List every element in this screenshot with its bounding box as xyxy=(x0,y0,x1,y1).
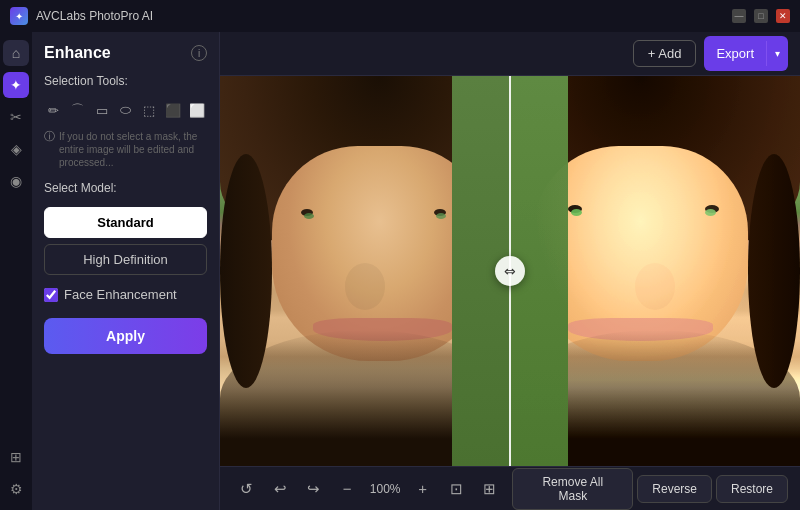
nav-cut[interactable]: ✂ xyxy=(3,104,29,130)
maximize-btn[interactable]: □ xyxy=(754,9,768,23)
eye-left-iris xyxy=(304,213,314,219)
nav-ai[interactable]: ◉ xyxy=(3,168,29,194)
nav-home[interactable]: ⌂ xyxy=(3,40,29,66)
panel-title: Enhance xyxy=(44,44,111,62)
eye-right-iris xyxy=(436,213,446,219)
export-arrow: ▾ xyxy=(767,43,788,64)
selection-hint: If you do not select a mask, the entire … xyxy=(59,130,207,169)
nav-batch[interactable]: ⊞ xyxy=(3,444,29,470)
nav-enhance[interactable]: ✦ xyxy=(3,72,29,98)
top-toolbar: + Add Export ▾ xyxy=(220,32,800,76)
bottom-toolbar: ↺ ↩ ↪ − 100% + ⊡ ⊞ Remove All Mask Rever… xyxy=(220,466,800,510)
app-icon: ✦ xyxy=(10,7,28,25)
image-left xyxy=(220,76,510,466)
model-label: Select Model: xyxy=(44,181,207,195)
nav-retouch[interactable]: ◈ xyxy=(3,136,29,162)
zoom-label: 100% xyxy=(366,482,404,496)
redo-btn[interactable]: ↪ xyxy=(299,474,328,504)
magic-tool[interactable]: ⬜ xyxy=(187,98,207,122)
nav-sidebar: ⌂ ✦ ✂ ◈ ◉ ⊞ ⚙ xyxy=(0,32,32,510)
undo-btn[interactable]: ↩ xyxy=(265,474,294,504)
app-title: AVCLabs PhotoPro AI xyxy=(36,9,732,23)
left-panel: Enhance i Selection Tools: ✏ ⌒ ▭ ⬭ ⬚ ⬛ ⬜… xyxy=(32,32,220,510)
reverse-btn[interactable]: Reverse xyxy=(637,475,712,503)
info-icon[interactable]: i xyxy=(191,45,207,61)
select-model-section: Select Model: Standard High Definition xyxy=(44,181,207,275)
minimize-btn[interactable]: — xyxy=(732,9,746,23)
face-enhancement-row: Face Enhancement xyxy=(44,287,207,302)
fit-btn[interactable]: ⊡ xyxy=(441,474,470,504)
brush-tool[interactable]: ⬛ xyxy=(163,98,183,122)
split-arrows: ⇔ xyxy=(504,264,516,278)
rect-select-tool[interactable]: ▭ xyxy=(92,98,112,122)
window-controls: — □ ✕ xyxy=(732,9,790,23)
restore-btn[interactable]: Restore xyxy=(716,475,788,503)
refresh-btn[interactable]: ↺ xyxy=(232,474,261,504)
ellipse-select-tool[interactable]: ⬭ xyxy=(116,98,136,122)
selection-tools: Selection Tools: ✏ ⌒ ▭ ⬭ ⬚ ⬛ ⬜ ⓘ If you … xyxy=(44,74,207,169)
standard-model-btn[interactable]: Standard xyxy=(44,207,207,238)
selection-tools-label: Selection Tools: xyxy=(44,74,207,88)
hint-icon: ⓘ xyxy=(44,129,55,144)
export-button[interactable]: Export ▾ xyxy=(704,36,788,71)
close-btn[interactable]: ✕ xyxy=(776,9,790,23)
enhancement-glow xyxy=(533,146,748,361)
image-right xyxy=(510,76,800,466)
image-viewer: ⇔ xyxy=(220,76,800,466)
add-button[interactable]: + Add xyxy=(633,40,697,67)
hair-side-left xyxy=(220,154,272,388)
split-handle[interactable]: ⇔ xyxy=(495,256,525,286)
title-bar: ✦ AVCLabs PhotoPro AI — □ ✕ xyxy=(0,0,800,32)
face-enhancement-label[interactable]: Face Enhancement xyxy=(64,287,177,302)
remove-mask-btn[interactable]: Remove All Mask xyxy=(512,468,633,510)
lasso-tool[interactable]: ⌒ xyxy=(68,98,88,122)
main-content: + Add Export ▾ xyxy=(220,32,800,510)
zoom-out-btn[interactable]: − xyxy=(332,474,361,504)
split-view-btn[interactable]: ⊞ xyxy=(475,474,504,504)
panel-header: Enhance i xyxy=(44,44,207,62)
zoom-in-btn[interactable]: + xyxy=(408,474,437,504)
nav-settings[interactable]: ⚙ xyxy=(3,476,29,502)
tools-row: ✏ ⌒ ▭ ⬭ ⬚ ⬛ ⬜ xyxy=(44,98,207,122)
app-body: ⌂ ✦ ✂ ◈ ◉ ⊞ ⚙ Enhance i Selection Tools:… xyxy=(0,32,800,510)
apply-button[interactable]: Apply xyxy=(44,318,207,354)
face-enhancement-checkbox[interactable] xyxy=(44,288,58,302)
hint-row: ⓘ If you do not select a mask, the entir… xyxy=(44,128,207,169)
hair-side-right xyxy=(748,154,800,388)
hd-model-btn[interactable]: High Definition xyxy=(44,244,207,275)
nose-left xyxy=(345,263,386,310)
export-label: Export xyxy=(704,41,767,66)
smart-select-tool[interactable]: ⬚ xyxy=(139,98,159,122)
image-canvas[interactable]: ⇔ xyxy=(220,76,800,466)
pen-tool[interactable]: ✏ xyxy=(44,98,64,122)
